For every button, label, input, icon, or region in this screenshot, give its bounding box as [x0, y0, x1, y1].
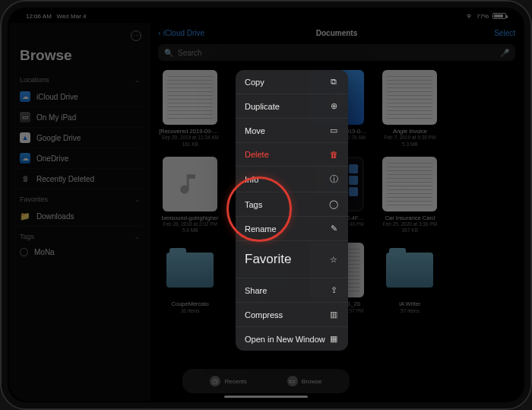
- archive-icon: ▥: [328, 310, 339, 319]
- context-share[interactable]: Share⇪: [236, 278, 348, 303]
- chevron-left-icon: ‹: [158, 28, 161, 37]
- document-thumb-icon: [382, 70, 437, 125]
- context-delete[interactable]: Delete🗑: [236, 143, 348, 167]
- document-thumb-icon: [163, 70, 217, 125]
- music-thumb-icon: [163, 157, 217, 211]
- folder-item[interactable]: CoupeMercato30 items: [157, 243, 223, 320]
- share-icon: ⇪: [328, 285, 339, 295]
- more-options-icon[interactable]: [131, 30, 141, 41]
- document-thumb-icon: [382, 157, 437, 211]
- sidebar-item-google-drive[interactable]: ▲Google Drive: [17, 128, 143, 148]
- info-icon: ⓘ: [328, 173, 339, 185]
- select-button[interactable]: Select: [494, 29, 515, 37]
- wifi-icon: [465, 13, 473, 19]
- chevron-down-icon: ⌄: [135, 196, 140, 203]
- copy-icon: ⧉: [328, 77, 339, 87]
- context-duplicate[interactable]: Duplicate⊕: [236, 94, 348, 119]
- file-item[interactable]: Angie InvoiceFeb 7, 2019 at 9:38 PM5.3 M…: [376, 70, 443, 148]
- pencil-icon: ✎: [328, 224, 339, 234]
- sidebar-item-icloud-drive[interactable]: ☁iCloud Drive: [17, 87, 143, 107]
- context-open-new-window[interactable]: Open in New Window▦: [236, 327, 348, 351]
- star-icon: ☆: [328, 255, 339, 265]
- folder-icon: 📁: [20, 211, 30, 221]
- file-item[interactable]: [Recovered 2019-09-29, 11_34... (218 ite…: [157, 70, 223, 148]
- search-placeholder: Search: [178, 49, 202, 57]
- sidebar-item-recently-deleted[interactable]: 🗑Recently Deleted: [17, 169, 143, 189]
- context-menu: Copy⧉ Duplicate⊕ Move▭ Delete🗑 Infoⓘ Tag…: [236, 70, 348, 351]
- sidebar-section-favorites[interactable]: Favorites⌄: [17, 189, 143, 206]
- trash-icon: 🗑: [328, 150, 339, 159]
- page-title: Documents: [316, 29, 357, 37]
- context-tags[interactable]: Tags◯: [236, 192, 348, 217]
- sidebar-section-locations[interactable]: Locations⌄: [17, 70, 143, 87]
- sidebar: Browse Locations⌄ ☁iCloud Drive ▭On My i…: [9, 23, 150, 401]
- sidebar-item-on-my-ipad[interactable]: ▭On My iPad: [17, 107, 143, 128]
- ipad-icon: ▭: [20, 112, 30, 122]
- context-copy[interactable]: Copy⧉: [236, 70, 348, 94]
- bottom-tab-bar: ◷Recents ▭Browse: [182, 369, 350, 393]
- folder-icon: ▭: [328, 126, 339, 135]
- battery-percent: 77%: [477, 13, 489, 20]
- file-item[interactable]: bensound-goinghigherFeb 28, 2018 at 2:02…: [157, 157, 223, 234]
- mic-icon[interactable]: 🎤: [500, 49, 509, 57]
- folder-thumb-icon: [163, 243, 217, 297]
- chevron-down-icon: ⌄: [135, 234, 140, 240]
- window-icon: ▦: [328, 334, 339, 344]
- chevron-down-icon: ⌄: [135, 77, 140, 84]
- sidebar-item-onedrive[interactable]: ☁OneDrive: [17, 148, 143, 169]
- tab-recents[interactable]: ◷Recents: [210, 376, 246, 386]
- sidebar-section-tags[interactable]: Tags⌄: [17, 227, 143, 243]
- context-compress[interactable]: Compress▥: [236, 303, 348, 327]
- clock-icon: ◷: [210, 376, 220, 386]
- tab-browse[interactable]: ▭Browse: [287, 376, 322, 386]
- sidebar-item-downloads[interactable]: 📁Downloads: [17, 206, 143, 227]
- topbar: ‹ iCloud Drive Documents Select: [150, 23, 523, 43]
- back-button[interactable]: ‹ iCloud Drive: [158, 28, 204, 37]
- google-drive-icon: ▲: [20, 132, 30, 143]
- sidebar-title: Browse: [17, 47, 143, 70]
- status-time: 12:06 AM: [26, 13, 52, 20]
- folder-thumb-icon: [382, 243, 437, 297]
- search-input[interactable]: 🔍 Search 🎤: [158, 44, 515, 61]
- context-favorite[interactable]: Favorite☆: [236, 241, 348, 278]
- trash-icon: 🗑: [20, 173, 30, 184]
- file-item[interactable]: Car Insurance CardFeb 25, 2020 at 3:36 P…: [376, 157, 443, 234]
- onedrive-icon: ☁: [20, 153, 30, 164]
- battery-icon: [492, 13, 506, 19]
- context-rename[interactable]: Rename✎: [236, 217, 348, 241]
- folder-icon: ▭: [287, 376, 298, 386]
- tag-circle-icon: [20, 248, 28, 256]
- search-icon: 🔍: [164, 49, 173, 57]
- duplicate-icon: ⊕: [328, 101, 339, 111]
- home-indicator[interactable]: [224, 396, 308, 398]
- tag-icon: ◯: [328, 199, 339, 209]
- folder-item[interactable]: iA Writer57 items: [376, 243, 443, 320]
- status-bar: 12:06 AM Wed Mar 4 77%: [9, 9, 523, 23]
- status-date: Wed Mar 4: [56, 13, 86, 20]
- context-move[interactable]: Move▭: [236, 119, 348, 143]
- context-info[interactable]: Infoⓘ: [236, 167, 348, 192]
- cloud-icon: ☁: [20, 91, 30, 102]
- sidebar-item-tag-mona[interactable]: MoNa: [17, 243, 143, 261]
